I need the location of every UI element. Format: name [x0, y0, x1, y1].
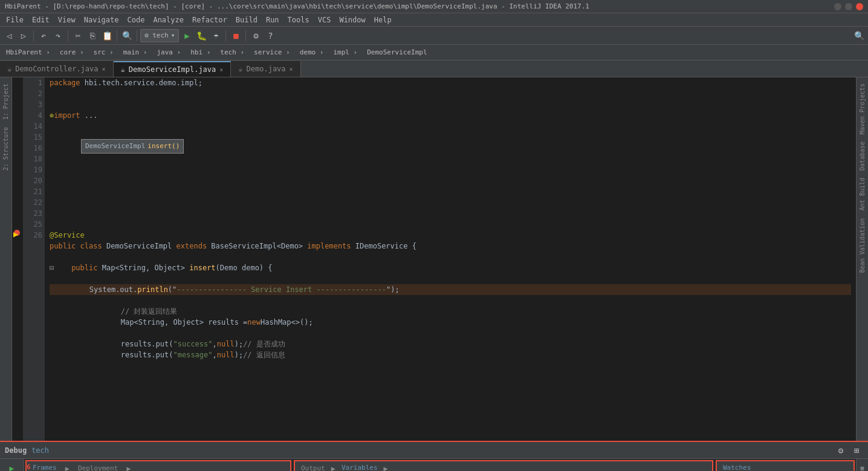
stop-button[interactable]: ■: [229, 29, 242, 42]
database-label[interactable]: Database: [858, 138, 867, 174]
code-line-26: results.put("message", null); // 返回信息: [50, 349, 851, 360]
nav-item-hbi[interactable]: hbi ›: [187, 47, 214, 57]
cut-button[interactable]: ✂: [71, 29, 85, 42]
structure-panel-label[interactable]: 2: Structure: [1, 123, 10, 174]
undo-button[interactable]: ↶: [37, 29, 50, 42]
nav-item-demoserviceimpl[interactable]: DemoServiceImpl: [363, 47, 430, 57]
dropdown-arrow: ▾: [171, 31, 175, 39]
left-side-panel: 1: Project 2: Structure: [0, 77, 12, 441]
code-line-22: // 封装返回结果: [50, 306, 851, 317]
toolbar-separator-1: [33, 30, 34, 41]
search-everywhere-button[interactable]: 🔍: [852, 29, 866, 42]
code-line-4: ⊕import ...: [50, 110, 851, 121]
toolbar-separator-4: [137, 30, 137, 41]
nav-item-core[interactable]: core ›: [56, 47, 88, 57]
code-line-blank10: [50, 252, 851, 262]
frames-tab[interactable]: Frames: [29, 463, 60, 471]
tab-label-tab2: DemoServiceImpl.java: [129, 65, 216, 74]
tab-tab3[interactable]: ☕Demo.java×: [231, 61, 300, 77]
nav-item-src[interactable]: src ›: [90, 47, 117, 57]
menu-item-code[interactable]: Code: [124, 15, 149, 25]
nav-item-impl[interactable]: impl ›: [329, 47, 361, 57]
debug-title: Debug: [5, 446, 27, 455]
back-button[interactable]: ◁: [2, 29, 16, 42]
toolbar-separator-2: [68, 30, 68, 41]
variables-tab[interactable]: Variables: [338, 463, 381, 471]
copy-button[interactable]: ⎘: [86, 29, 99, 42]
menu-item-tools[interactable]: Tools: [284, 15, 313, 25]
code-line-23: Map<String, Object> results = new HashMa…: [50, 317, 851, 328]
nav-item-java[interactable]: java ›: [153, 47, 184, 57]
resume-button[interactable]: ▶: [5, 461, 19, 471]
toolbar-separator-3: [117, 30, 117, 41]
nav-item-hbiparent[interactable]: HbiParent ›: [2, 47, 54, 57]
ant-build-label[interactable]: Ant Build: [858, 174, 867, 214]
menu-item-help[interactable]: Help: [371, 15, 395, 25]
menu-item-vcs[interactable]: VCS: [314, 15, 335, 25]
run-config-dropdown[interactable]: ⚙ tech ▾: [140, 29, 179, 42]
menu-item-build[interactable]: Build: [232, 15, 261, 25]
code-editor[interactable]: DemoServiceImpl insert() package hbi.tec…: [45, 77, 856, 441]
debug-layout-button[interactable]: ⊞: [850, 444, 863, 457]
watches-tab[interactable]: Watches: [719, 463, 754, 471]
code-line-14: [50, 219, 851, 230]
close-button[interactable]: [856, 3, 863, 10]
menu-item-navigate[interactable]: Navigate: [80, 15, 123, 25]
tab-tab2[interactable]: ☕DemoServiceImpl.java×: [114, 61, 232, 77]
bean-validation-label[interactable]: Bean Validation: [858, 215, 867, 276]
nav-item-service[interactable]: service ›: [250, 47, 294, 57]
code-line-15: @Service: [50, 230, 851, 241]
tab-close-tab1[interactable]: ×: [102, 66, 106, 73]
debug-far-right: ⊞ ✕: [856, 459, 868, 471]
nav-item-tech[interactable]: tech ›: [216, 47, 248, 57]
frames-header: Frames ▶ Deployment ▶: [27, 461, 290, 471]
variables-header: Output ▶ Variables ▶: [295, 461, 712, 471]
tab-tab1[interactable]: ☕DemoController.java×: [0, 61, 114, 77]
menu-item-refactor[interactable]: Refactor: [189, 15, 231, 25]
search-button[interactable]: 🔍: [120, 29, 134, 42]
menu-item-window[interactable]: Window: [335, 15, 369, 25]
project-panel-label[interactable]: 1: Project: [1, 80, 10, 123]
paste-button[interactable]: 📋: [100, 29, 114, 42]
help-button[interactable]: ?: [264, 29, 277, 42]
current-line-arrow: ▶: [13, 229, 18, 239]
code-line-25: results.put("success", null); // 是否成功: [50, 339, 851, 349]
code-line-21: [50, 295, 851, 306]
run-button[interactable]: ▶: [180, 29, 193, 42]
code-line-blank7: [50, 186, 851, 197]
deployment-tab[interactable]: Deployment: [74, 463, 121, 471]
code-line-blank9: [50, 208, 851, 219]
debug-button[interactable]: 🐛: [195, 29, 208, 42]
menu-item-file[interactable]: File: [2, 15, 27, 25]
tab-label-tab1: DemoController.java: [15, 65, 98, 73]
debug-restore-layout-button[interactable]: ⊞: [856, 461, 869, 471]
menu-item-view[interactable]: View: [54, 15, 79, 25]
code-line-blank11: [50, 328, 851, 339]
maximize-button[interactable]: [845, 3, 852, 10]
window-controls: [834, 3, 863, 10]
debug-header: Debug tech ⚙ ⊞: [0, 442, 868, 459]
menu-item-edit[interactable]: Edit: [28, 15, 53, 25]
code-line-3: [50, 99, 851, 110]
maven-projects-label[interactable]: Maven Projects: [858, 80, 867, 138]
code-line-blank6: [50, 175, 851, 186]
nav-item-demo[interactable]: demo ›: [296, 47, 328, 57]
output-tab[interactable]: Output: [297, 463, 329, 471]
tab-close-tab2[interactable]: ×: [219, 67, 223, 73]
tab-close-tab3[interactable]: ×: [290, 66, 293, 73]
redo-button[interactable]: ↷: [51, 29, 65, 42]
menu-item-analyze[interactable]: Analyze: [149, 15, 187, 25]
line-numbers: 1 2 3 4 14 15 16 18 19 20 21 22 23: [23, 77, 45, 441]
settings-button[interactable]: ⚙: [249, 29, 262, 42]
main-area: 1: Project 2: Structure ▶ 1 2 3 4 14: [0, 77, 868, 441]
run-coverage-button[interactable]: ☂: [209, 29, 222, 42]
window-title: HbiParent - [D:\repo-hand\repo-tech\tech…: [5, 2, 589, 10]
minimize-button[interactable]: [834, 3, 841, 10]
method-tooltip: DemoServiceImpl insert(): [81, 139, 184, 154]
forward-button[interactable]: ▷: [17, 29, 30, 42]
debug-session: tech: [31, 446, 49, 455]
debug-settings-button[interactable]: ⚙: [834, 444, 847, 457]
code-line-16: public class DemoServiceImpl extends Bas…: [50, 241, 851, 252]
nav-item-main[interactable]: main ›: [120, 47, 151, 57]
menu-item-run[interactable]: Run: [262, 15, 283, 25]
